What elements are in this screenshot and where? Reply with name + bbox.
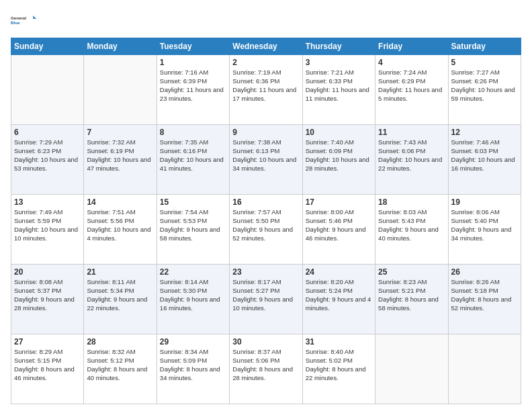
day-info-line: Daylight: 10 hours and 10 minutes.	[14, 226, 78, 242]
day-number: 28	[87, 336, 153, 347]
day-cell: 22Sunrise: 8:14 AM Sunset: 5:30 PM Dayli…	[157, 265, 229, 334]
day-info-line: Sunrise: 7:29 AM	[14, 138, 62, 146]
day-cell: 3Sunrise: 7:21 AM Sunset: 6:33 PM Daylig…	[302, 55, 375, 125]
day-number: 1	[160, 57, 226, 68]
day-info-line: Sunset: 6:09 PM	[306, 147, 353, 154]
day-info-line: Daylight: 8 hours and 34 minutes.	[160, 365, 220, 381]
day-info-line: Sunrise: 8:11 AM	[87, 278, 135, 285]
day-cell: 25Sunrise: 8:23 AM Sunset: 5:21 PM Dayli…	[375, 265, 448, 334]
day-cell: 9Sunrise: 7:38 AM Sunset: 6:13 PM Daylig…	[230, 125, 302, 195]
day-info-line: Sunset: 5:34 PM	[87, 287, 134, 294]
day-number: 4	[378, 57, 445, 68]
day-info-line: Sunset: 5:21 PM	[378, 287, 425, 294]
day-cell: 19Sunrise: 8:06 AM Sunset: 5:40 PM Dayli…	[448, 195, 521, 265]
day-info-line: Daylight: 9 hours and 10 minutes.	[232, 295, 293, 312]
day-info-line: Sunrise: 7:19 AM	[232, 68, 281, 76]
day-info-line: Daylight: 8 hours and 46 minutes.	[14, 365, 75, 381]
day-number: 30	[232, 336, 299, 347]
day-info-line: Sunrise: 7:32 AM	[87, 138, 135, 146]
day-info-line: Daylight: 8 hours and 28 minutes.	[232, 365, 293, 381]
day-info-line: Sunrise: 8:23 AM	[378, 278, 427, 285]
day-number: 22	[160, 267, 226, 277]
day-number: 21	[87, 267, 153, 277]
day-info-line: Sunset: 6:16 PM	[160, 147, 207, 154]
day-info-line: Sunset: 6:03 PM	[451, 147, 498, 154]
day-cell: 31Sunrise: 8:40 AM Sunset: 5:02 PM Dayli…	[302, 334, 375, 404]
week-row-5: 27Sunrise: 8:29 AM Sunset: 5:15 PM Dayli…	[11, 334, 521, 404]
day-info-line: Sunrise: 8:34 AM	[160, 348, 208, 355]
day-info-line: Daylight: 11 hours and 11 minutes.	[306, 86, 369, 102]
day-info-line: Daylight: 9 hours and 58 minutes.	[160, 226, 220, 242]
day-cell: 20Sunrise: 8:08 AM Sunset: 5:37 PM Dayli…	[11, 265, 84, 334]
week-row-2: 6Sunrise: 7:29 AM Sunset: 6:23 PM Daylig…	[11, 125, 521, 195]
day-info-line: Sunrise: 8:37 AM	[232, 348, 281, 355]
day-info-line: Daylight: 9 hours and 52 minutes.	[232, 226, 293, 242]
day-info-line: Daylight: 8 hours and 52 minutes.	[451, 295, 512, 312]
day-info-line: Sunrise: 7:35 AM	[160, 138, 208, 146]
day-info-line: Sunset: 6:33 PM	[306, 77, 353, 85]
day-info-line: Sunset: 5:59 PM	[14, 217, 61, 224]
day-info-line: Sunrise: 8:20 AM	[306, 278, 354, 285]
day-info-line: Sunset: 5:18 PM	[451, 287, 498, 294]
day-info-line: Sunset: 6:26 PM	[451, 77, 498, 85]
day-info-line: Sunrise: 8:32 AM	[87, 348, 135, 355]
day-info-line: Sunset: 5:53 PM	[160, 217, 207, 224]
day-cell: 1Sunrise: 7:16 AM Sunset: 6:39 PM Daylig…	[157, 55, 229, 125]
day-info-line: Daylight: 9 hours and 16 minutes.	[160, 295, 220, 312]
day-info-line: Daylight: 10 hours and 34 minutes.	[232, 156, 296, 172]
calendar: SundayMondayTuesdayWednesdayThursdayFrid…	[11, 38, 521, 404]
day-number: 6	[14, 127, 81, 138]
day-info-line: Sunrise: 7:43 AM	[378, 138, 427, 146]
day-info-line: Sunrise: 7:46 AM	[451, 138, 500, 146]
day-cell: 15Sunrise: 7:54 AM Sunset: 5:53 PM Dayli…	[157, 195, 229, 265]
day-cell: 5Sunrise: 7:27 AM Sunset: 6:26 PM Daylig…	[448, 55, 521, 125]
day-number: 17	[306, 197, 372, 208]
day-info-line: Sunrise: 8:08 AM	[14, 278, 62, 285]
day-number: 31	[306, 336, 372, 347]
day-info-line: Sunset: 5:09 PM	[160, 357, 207, 364]
day-number: 7	[87, 127, 153, 138]
day-info-line: Sunset: 5:30 PM	[160, 287, 207, 294]
day-info-line: Sunrise: 7:38 AM	[232, 138, 281, 146]
day-info-line: Sunrise: 8:00 AM	[306, 208, 354, 216]
day-info-line: Sunrise: 7:27 AM	[451, 68, 500, 76]
day-info-line: Sunrise: 7:51 AM	[87, 208, 135, 216]
day-info-line: Sunset: 5:50 PM	[232, 217, 279, 224]
day-info-line: Sunset: 6:06 PM	[378, 147, 425, 154]
day-info-line: Daylight: 8 hours and 40 minutes.	[87, 365, 147, 381]
day-cell: 2Sunrise: 7:19 AM Sunset: 6:36 PM Daylig…	[230, 55, 302, 125]
day-cell: 29Sunrise: 8:34 AM Sunset: 5:09 PM Dayli…	[157, 334, 229, 404]
day-cell: 13Sunrise: 7:49 AM Sunset: 5:59 PM Dayli…	[11, 195, 84, 265]
header-friday: Friday	[375, 38, 448, 55]
day-number: 11	[378, 127, 445, 138]
svg-text:Blue: Blue	[11, 20, 20, 25]
header: General Blue	[11, 7, 521, 34]
day-number: 16	[232, 197, 299, 208]
day-info-line: Sunrise: 8:29 AM	[14, 348, 62, 355]
day-cell: 10Sunrise: 7:40 AM Sunset: 6:09 PM Dayli…	[302, 125, 375, 195]
day-info-line: Sunset: 6:29 PM	[378, 77, 425, 85]
day-number: 19	[451, 197, 518, 208]
day-number: 9	[232, 127, 299, 138]
day-cell	[375, 334, 448, 404]
day-info-line: Sunset: 5:40 PM	[451, 217, 498, 224]
day-info-line: Daylight: 10 hours and 53 minutes.	[14, 156, 78, 172]
day-cell: 23Sunrise: 8:17 AM Sunset: 5:27 PM Dayli…	[230, 265, 302, 334]
day-cell: 8Sunrise: 7:35 AM Sunset: 6:16 PM Daylig…	[157, 125, 229, 195]
day-info-line: Daylight: 8 hours and 58 minutes.	[378, 295, 439, 312]
day-info-line: Sunset: 6:36 PM	[232, 77, 279, 85]
day-info-line: Sunset: 5:24 PM	[306, 287, 353, 294]
day-cell: 24Sunrise: 8:20 AM Sunset: 5:24 PM Dayli…	[302, 265, 375, 334]
day-number: 2	[232, 57, 299, 68]
day-info-line: Sunset: 5:37 PM	[14, 287, 61, 294]
day-cell: 6Sunrise: 7:29 AM Sunset: 6:23 PM Daylig…	[11, 125, 84, 195]
day-cell	[448, 334, 521, 404]
day-info-line: Sunrise: 7:24 AM	[378, 68, 427, 76]
day-number: 26	[451, 267, 518, 277]
day-cell: 28Sunrise: 8:32 AM Sunset: 5:12 PM Dayli…	[84, 334, 157, 404]
day-info-line: Sunrise: 7:16 AM	[160, 68, 208, 76]
week-row-1: 1Sunrise: 7:16 AM Sunset: 6:39 PM Daylig…	[11, 55, 521, 125]
header-sunday: Sunday	[11, 38, 84, 55]
day-number: 15	[160, 197, 226, 208]
week-row-3: 13Sunrise: 7:49 AM Sunset: 5:59 PM Dayli…	[11, 195, 521, 265]
